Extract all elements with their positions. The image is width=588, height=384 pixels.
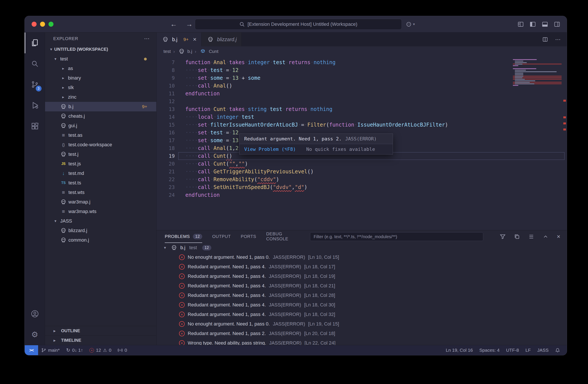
code-line-8[interactable]: 8····set·test·=·12 — [157, 66, 567, 74]
explorer-actions-icon[interactable]: ⋯ — [144, 35, 150, 42]
code-line-10[interactable]: 10····call·Anal() — [157, 82, 567, 90]
line-number[interactable]: 19 — [157, 152, 175, 160]
ports-item[interactable]: 0 — [115, 345, 130, 355]
problem-row[interactable]: ×Redudant argument. Need 1, pass 4.JASS(… — [157, 291, 567, 300]
maximize-panel-icon[interactable] — [543, 234, 549, 240]
forward-button[interactable]: → — [186, 20, 193, 28]
sidebar-section-outline[interactable]: ▸OUTLINE — [45, 326, 156, 336]
code-line-20[interactable]: 20····call·Cunt("","") — [157, 160, 567, 168]
search-view-icon[interactable] — [25, 53, 45, 74]
line-number[interactable]: 21 — [157, 168, 175, 176]
toggle-panel-icon[interactable] — [542, 21, 548, 27]
code-line-23[interactable]: 23····call·SetUnitTurnSpeedBJ("dvdv","d"… — [157, 183, 567, 191]
language-mode-item[interactable]: JASS — [534, 345, 552, 355]
breadcrumb-item-test[interactable]: test — [164, 49, 171, 54]
tree-file-test.wts[interactable]: ≡test.wts — [45, 188, 156, 197]
code-line-12[interactable]: 12 — [157, 97, 567, 105]
panel-tab-debug-console[interactable]: DEBUG CONSOLE — [266, 230, 300, 243]
problems-filter-input[interactable] — [310, 232, 483, 241]
back-button[interactable]: ← — [170, 20, 177, 28]
view-as-list-icon[interactable] — [528, 234, 534, 240]
eol-item[interactable]: LF — [522, 345, 534, 355]
editor-actions-icon[interactable]: ⋯ — [555, 36, 561, 43]
line-number[interactable]: 12 — [157, 97, 175, 105]
line-number[interactable]: 20 — [157, 160, 175, 168]
toggle-secondary-sidebar-icon[interactable] — [554, 21, 560, 27]
line-number[interactable]: 24 — [157, 191, 175, 199]
indentation-item[interactable]: Spaces: 4 — [476, 345, 503, 355]
tree-folder-test[interactable]: ▾test — [45, 54, 156, 64]
tree-file-test.j[interactable]: test.j — [45, 150, 156, 159]
problems-group-header[interactable]: ▾ b.jtest12 — [157, 243, 567, 252]
tree-file-common.j[interactable]: common.j — [45, 235, 156, 245]
code-line-14[interactable]: 14····local·integer·test — [157, 113, 567, 121]
line-number[interactable]: 7 — [157, 59, 175, 66]
notifications-bell-icon[interactable] — [552, 345, 563, 355]
close-window-button[interactable] — [32, 22, 37, 27]
copilot-menu[interactable]: ▾ — [406, 21, 415, 27]
problems-status-item[interactable]: × 12 ⚠ 0 — [86, 345, 115, 355]
code-line-13[interactable]: 13function·Cunt·takes·string·test·return… — [157, 105, 567, 113]
tree-file-war3map.j[interactable]: war3map.j — [45, 197, 156, 207]
line-number[interactable]: 10 — [157, 82, 175, 90]
editor-tab-blizzard.j[interactable]: blizzard.j — [202, 32, 242, 46]
tree-folder-binary[interactable]: ▸binary — [45, 73, 156, 83]
line-number[interactable]: 11 — [157, 90, 175, 97]
tree-file-war3map.wts[interactable]: ≡war3map.wts — [45, 207, 156, 216]
tree-file-cheats.j[interactable]: cheats.j — [45, 111, 156, 121]
zoom-window-button[interactable] — [48, 22, 53, 27]
run-debug-icon[interactable] — [25, 95, 45, 116]
line-number[interactable]: 16 — [157, 129, 175, 136]
breadcrumb-item-Cunt[interactable]: Cunt — [199, 47, 218, 55]
git-branch-item[interactable]: main* — [38, 345, 63, 355]
problem-row[interactable]: ×Redudant argument. Need 1, pass 4.JASS(… — [157, 281, 567, 291]
group-by-icon[interactable] — [514, 234, 520, 240]
source-control-icon[interactable]: 3 — [25, 74, 45, 95]
tree-file-gui.j[interactable]: gui.j — [45, 121, 156, 131]
panel-tab-problems[interactable]: PROBLEMS12 — [165, 230, 202, 243]
problem-row[interactable]: ×No enought argument. Need 1, pass 0.JAS… — [157, 252, 567, 262]
extensions-icon[interactable] — [25, 116, 45, 136]
code-line-15[interactable]: 15····set·filterIssueHauntOrderAtLocBJ·=… — [157, 121, 567, 129]
tab-close-icon[interactable]: × — [193, 36, 196, 43]
tree-file-test.md[interactable]: ↓test.md — [45, 169, 156, 178]
problem-row[interactable]: ×Redudant argument. Need 1, pass 4.JASS(… — [157, 310, 567, 319]
tree-folder-slk[interactable]: ▸slk — [45, 83, 156, 92]
panel-tab-output[interactable]: OUTPUT — [212, 230, 231, 243]
code-line-24[interactable]: 24endfunction — [157, 191, 567, 199]
sync-item[interactable]: ↻ 0↓ 1↑ — [63, 345, 86, 355]
problem-row[interactable]: ×Redudant argument. Need 1, pass 4.JASS(… — [157, 271, 567, 281]
view-problem-link[interactable]: View Problem (⌥F8) — [244, 146, 296, 152]
line-number[interactable]: 18 — [157, 144, 175, 152]
editor-tab-b.j[interactable]: b.j9+× — [157, 32, 202, 46]
breadcrumb-item-b.j[interactable]: b.j — [178, 47, 192, 55]
minimap[interactable] — [513, 59, 562, 86]
tree-file-test.as[interactable]: ≡test.as — [45, 131, 156, 140]
line-number[interactable]: 23 — [157, 183, 175, 191]
encoding-item[interactable]: UTF-8 — [503, 345, 522, 355]
filter-icon[interactable] — [500, 234, 506, 240]
tree-folder-as[interactable]: ▸as — [45, 64, 156, 73]
problem-row[interactable]: ×No enought argument. Need 1, pass 0.JAS… — [157, 319, 567, 329]
split-editor-icon[interactable] — [542, 36, 548, 43]
settings-gear-icon[interactable]: ⚙ — [25, 324, 45, 345]
code-line-11[interactable]: 11endfunction — [157, 90, 567, 97]
line-number[interactable]: 22 — [157, 176, 175, 183]
remote-indicator[interactable]: >< — [25, 345, 38, 355]
tree-file-test.code-workspace[interactable]: {}test.code-workspace — [45, 140, 156, 150]
line-number[interactable]: 9 — [157, 74, 175, 82]
line-number[interactable]: 15 — [157, 121, 175, 129]
panel-tab-ports[interactable]: PORTS — [241, 230, 256, 243]
tree-folder-zinc[interactable]: ▸zinc — [45, 92, 156, 102]
tree-file-blizzard.j[interactable]: blizzard.j — [45, 226, 156, 235]
problem-row[interactable]: ×Wrong type. Need ability, pass string.J… — [157, 338, 567, 345]
toggle-primary-sidebar-icon[interactable] — [529, 21, 536, 27]
line-number[interactable]: 13 — [157, 105, 175, 113]
code-line-21[interactable]: 21····call·GetTriggerAbilityPreviousLeve… — [157, 168, 567, 176]
problem-row[interactable]: ×Redudant argument. Need 1, pass 2.JASS(… — [157, 329, 567, 338]
problem-row[interactable]: ×Redudant argument. Need 1, pass 4.JASS(… — [157, 262, 567, 271]
command-center[interactable]: [Extension Development Host] Untitled (W… — [195, 19, 402, 30]
customize-layout-icon[interactable] — [517, 21, 524, 27]
code-line-9[interactable]: 9····set·some·=·13·+·some — [157, 74, 567, 82]
tree-folder-JASS[interactable]: ▾JASS — [45, 216, 156, 226]
